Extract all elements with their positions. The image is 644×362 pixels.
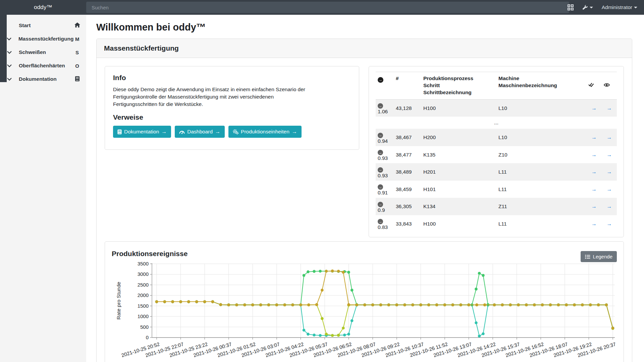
arrow-circle-right-icon[interactable]: → [378,202,383,207]
brand-logo[interactable]: oddy™ [0,0,86,15]
sidebar-accent-strip [0,15,7,82]
row-link-arrow[interactable]: → [607,203,612,209]
arrow-circle-right-icon[interactable]: → [378,219,383,224]
sidebar-item-label: Massenstückfertigung [18,36,74,42]
user-label: Administrator [602,4,632,10]
svg-text:1000: 1000 [138,313,149,319]
row-link-arrow[interactable]: → [591,169,597,175]
badge-letter: S [73,50,81,55]
count-column-header[interactable]: # [394,72,421,100]
row-link-arrow[interactable]: → [591,203,597,209]
dashboard-button[interactable]: Dashboard → [175,126,225,138]
step-cell: H101 [421,181,496,198]
sort-column-header[interactable]: → [376,72,394,100]
row-link-arrow[interactable]: → [591,152,597,158]
machine-cell: Z10 [496,146,586,164]
step-cell: H201 [421,163,496,181]
check-double-icon[interactable] [586,72,602,100]
badge-letter: O [73,63,81,69]
step-cell: H100 [421,99,496,117]
eye-icon[interactable] [602,72,617,100]
machine-cell: L10 [496,129,586,146]
dashboard-icon [179,130,185,134]
svg-text:0: 0 [146,335,149,340]
machine-column-header[interactable]: Machine Maschinenbezeichnung [496,72,586,100]
main-content: Willkommen bei oddy™ Massenstückfertigun… [86,15,644,362]
row-link-arrow-cell: → [586,181,602,198]
row-link-arrow[interactable]: → [607,134,612,140]
table-row: →1.0643,128H100L10→→ [376,99,617,117]
sidebar-item-label: Start [19,22,73,28]
arrow-circle-right-icon[interactable]: → [378,184,383,190]
machine-cell: L10 [496,99,586,117]
arrow-circle-right-icon[interactable]: → [378,150,383,155]
production-table: → # Produktionsprozess Schritt Schrittbe… [376,72,617,232]
caret-down-icon [634,7,637,8]
svg-text:500: 500 [140,324,149,330]
arrow-right-icon: → [215,129,220,135]
count-cell: 38,477 [394,146,421,164]
row-link-arrow[interactable]: → [607,152,612,158]
search-input[interactable] [86,2,569,13]
wrench-icon [582,5,588,10]
ratio-cell: →0.93 [376,163,394,181]
step-cell: K135 [421,146,496,164]
row-link-arrow-cell: → [602,181,617,198]
row-link-arrow[interactable]: → [607,169,612,175]
row-link-arrow[interactable]: → [591,221,597,227]
sidebar-item-massenstueckfertigung[interactable]: Massenstückfertigung M [0,32,86,46]
row-link-arrow[interactable]: → [607,186,612,192]
button-label: Dashboard [187,129,213,135]
row-link-arrow-cell: → [586,215,602,233]
svg-text:3500: 3500 [138,261,149,266]
links-button-row: Dokumentation → Dashboard → [113,126,351,138]
user-menu[interactable]: Administrator [602,4,637,10]
count-cell: 38,489 [394,163,421,181]
row-link-arrow[interactable]: → [591,186,597,192]
arrow-right-icon: → [292,129,297,135]
apps-grid-icon[interactable] [568,4,574,10]
production-table-card: → # Produktionsprozess Schritt Schrittbe… [369,66,624,237]
produktionseinheiten-button[interactable]: Produktionseinheiten → [228,126,302,138]
row-link-arrow-cell: → [602,198,617,215]
sidebar-item-dokumentation[interactable]: Dokumentation [0,72,86,86]
button-label: Produktionseinheiten [241,129,289,135]
count-cell: 36,305 [394,198,421,215]
sidebar-item-start[interactable]: Start [0,19,86,32]
grid-icon [568,4,574,10]
row-link-arrow[interactable]: → [607,221,612,227]
sidebar-item-oberflaechenhaerten[interactable]: Oberflächenhärten O [0,59,86,72]
svg-text:2000: 2000 [138,293,149,298]
info-card-title: Info [113,74,351,82]
sidebar-item-schweissen[interactable]: Schweißen S [0,46,86,59]
arrow-circle-right-icon[interactable]: → [378,103,383,109]
search-wrap [86,0,569,15]
chart-title: Produktionsereignisse [112,250,617,258]
process-column-header[interactable]: Produktionsprozess Schritt Schrittbezeic… [421,72,496,100]
row-link-arrow[interactable]: → [607,105,612,111]
topbar-right: Administrator [569,0,644,15]
step-cell: H200 [421,129,496,146]
machine-cell: L11 [496,215,586,233]
dokumentation-button[interactable]: Dokumentation → [113,126,171,138]
sidebar-item-label: Schweißen [19,49,73,55]
ratio-cell: →0.83 [376,215,394,233]
table-row: →0.9338,477K135Z10→→ [376,146,617,164]
row-link-arrow[interactable]: → [591,105,597,111]
tools-menu[interactable] [582,5,593,10]
arrow-circle-right-icon[interactable]: → [378,167,383,173]
links-title: Verweise [113,113,351,121]
legende-button[interactable]: Legende [581,251,617,262]
table-row: →0.936,305K134Z11→→ [376,198,617,215]
arrow-circle-right-icon[interactable]: → [378,133,383,138]
table-row: →0.9438,467H200L10→→ [376,129,617,146]
row-link-arrow-cell: → [602,163,617,181]
produktionsereignisse-card: Produktionsereignisse Legende 0500100015… [105,241,624,362]
production-events-chart[interactable]: 05001000150020002500300035002021-10-25 2… [112,260,617,362]
svg-text:1500: 1500 [138,303,149,309]
ratio-cell: →0.9 [376,198,394,215]
step-cell: K134 [421,198,496,215]
info-card-text: Diese oddy Demo zeigt die Anwendung im E… [113,86,309,108]
row-link-arrow[interactable]: → [591,134,597,140]
sidebar-item-label: Dokumentation [19,76,73,82]
